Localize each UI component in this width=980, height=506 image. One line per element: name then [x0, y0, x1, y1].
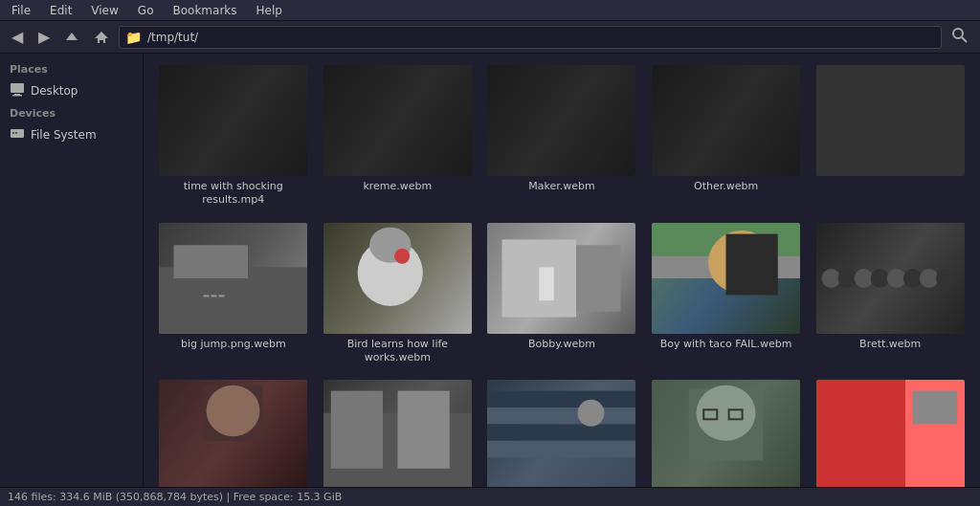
file-name: big jump.png.webm: [181, 338, 286, 351]
file-thumbnail: [487, 223, 635, 334]
svg-line-1: [962, 37, 967, 42]
file-thumbnail: [816, 380, 965, 487]
file-item[interactable]: big jump.png.webm: [153, 219, 314, 369]
file-thumbnail: [816, 223, 965, 334]
sidebar: Places Desktop Devices File System: [0, 54, 144, 487]
main-content: Places Desktop Devices File System time …: [0, 54, 980, 487]
file-thumbnail: [652, 380, 800, 487]
file-name: Brett.webm: [859, 338, 921, 351]
toolbar: ◀ ▶ 📁 /tmp/tut/: [0, 21, 980, 54]
file-thumbnail: [159, 65, 307, 176]
menubar: File Edit View Go Bookmarks Help: [0, 0, 980, 21]
file-area: time with shocking results.mp4kreme.webm…: [144, 54, 980, 487]
file-name: Boy with taco FAIL.webm: [660, 338, 792, 351]
file-item[interactable]: burn helium (so funny).mkv: [153, 376, 314, 487]
filesystem-label: File System: [31, 128, 97, 142]
filesystem-icon: [10, 125, 25, 143]
folder-icon: 📁: [125, 30, 142, 45]
svg-rect-2: [11, 83, 24, 93]
file-item[interactable]: [810, 61, 970, 211]
file-item[interactable]: Chris Rock Catches a Foul...: [481, 376, 642, 487]
sidebar-item-filesystem[interactable]: File System: [0, 121, 143, 147]
menu-go[interactable]: Go: [130, 2, 162, 19]
svg-rect-6: [12, 132, 14, 134]
file-thumbnail: [816, 65, 965, 176]
search-button[interactable]: [946, 23, 974, 52]
file-item[interactable]: color_red.mp4: [810, 376, 970, 487]
file-item[interactable]: Other.webm: [646, 61, 807, 211]
file-thumbnail: [323, 223, 472, 334]
desktop-icon: [10, 81, 25, 99]
svg-rect-7: [15, 132, 17, 134]
sidebar-item-desktop[interactable]: Desktop: [0, 77, 143, 103]
file-item[interactable]: Brett.webm: [810, 219, 970, 369]
menu-view[interactable]: View: [83, 2, 125, 19]
devices-label: Devices: [0, 103, 143, 121]
file-item[interactable]: kreme.webm: [318, 61, 479, 211]
file-item[interactable]: Boy with taco FAIL.webm: [646, 219, 807, 369]
menu-edit[interactable]: Edit: [42, 2, 79, 19]
places-label: Places: [0, 59, 143, 77]
forward-button[interactable]: ▶: [33, 24, 56, 50]
file-name: Other.webm: [694, 180, 758, 193]
statusbar: 146 files: 334.6 MiB (350,868,784 bytes)…: [0, 487, 980, 506]
address-text: /tmp/tut/: [147, 31, 198, 44]
menu-bookmarks[interactable]: Bookmarks: [165, 2, 244, 19]
file-item[interactable]: Bird learns how life works.webm: [318, 219, 479, 369]
file-item[interactable]: Car Crash During News...: [318, 376, 479, 487]
file-thumbnail: [159, 223, 307, 334]
file-thumbnail: [159, 380, 307, 487]
status-text: 146 files: 334.6 MiB (350,868,784 bytes)…: [8, 491, 342, 503]
file-thumbnail: [323, 65, 472, 176]
file-item[interactable]: Maker.webm: [481, 61, 642, 211]
svg-point-0: [953, 29, 963, 38]
file-name: Bobby.webm: [528, 338, 595, 351]
file-item[interactable]: Chroma Key test.webm: [646, 376, 807, 487]
up-button[interactable]: [59, 27, 84, 48]
desktop-label: Desktop: [31, 84, 78, 98]
back-button[interactable]: ◀: [6, 24, 29, 50]
file-thumbnail: [487, 65, 635, 176]
file-name: time with shocking results.mp4: [159, 180, 307, 208]
home-button[interactable]: [88, 26, 115, 49]
file-name: kreme.webm: [363, 180, 432, 193]
file-thumbnail: [652, 65, 800, 176]
file-thumbnail: [487, 380, 635, 487]
menu-file[interactable]: File: [4, 2, 38, 19]
file-thumbnail: [323, 380, 472, 487]
file-item[interactable]: time with shocking results.mp4: [153, 61, 314, 211]
file-item[interactable]: Bobby.webm: [481, 219, 642, 369]
menu-help[interactable]: Help: [249, 2, 290, 19]
address-bar[interactable]: 📁 /tmp/tut/: [119, 26, 942, 49]
file-thumbnail: [652, 223, 800, 334]
file-name: Maker.webm: [528, 180, 594, 193]
svg-rect-4: [12, 95, 22, 97]
file-name: Bird learns how life works.webm: [323, 338, 472, 365]
file-grid: time with shocking results.mp4kreme.webm…: [153, 61, 970, 487]
